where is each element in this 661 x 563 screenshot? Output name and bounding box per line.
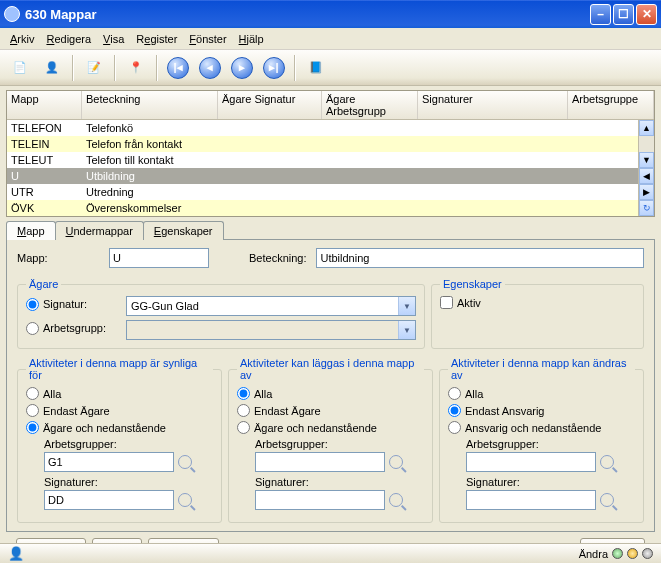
egenskaper-legend: Egenskaper	[440, 278, 505, 290]
scroll-right-icon[interactable]: ▶	[639, 184, 654, 200]
tab-strip: Mapp Undermappar Egenskaper	[6, 221, 655, 240]
toolbar-book-icon[interactable]: 📘	[302, 54, 330, 82]
col-agsig[interactable]: Ägare Signatur	[218, 91, 322, 119]
mapp-label: Mapp:	[17, 252, 99, 264]
p3-alla-radio[interactable]	[448, 387, 461, 400]
search-icon[interactable]	[600, 493, 614, 507]
toolbar-pin-icon[interactable]: 📍	[122, 54, 150, 82]
p1-alla-radio[interactable]	[26, 387, 39, 400]
p2-endast-radio[interactable]	[237, 404, 250, 417]
toolbar-prev-icon[interactable]: ◂	[196, 54, 224, 82]
p1-endast-radio[interactable]	[26, 404, 39, 417]
p1-nedan-radio[interactable]	[26, 421, 39, 434]
beteckning-label: Beteckning:	[249, 252, 306, 264]
search-icon[interactable]	[178, 493, 192, 507]
led-grey-icon	[642, 548, 653, 559]
p2-ag-input[interactable]	[255, 452, 385, 472]
menu-fonster[interactable]: Fönster	[189, 33, 226, 45]
p3-ag-input[interactable]	[466, 452, 596, 472]
tab-panel: Mapp: Beteckning: Ägare Signatur: GG-Gun…	[6, 239, 655, 532]
add-group: Aktiviteter kan läggas i denna mapp av A…	[228, 357, 433, 523]
menu-visa[interactable]: Visa	[103, 33, 124, 45]
toolbar-first-icon[interactable]: |◂	[164, 54, 192, 82]
egenskaper-group: Egenskaper Aktiv	[431, 278, 644, 349]
menu-arkiv[interactable]: Arkiv	[10, 33, 34, 45]
p1-ag-label: Arbetsgrupper:	[44, 438, 213, 450]
agare-group: Ägare Signatur: GG-Gun Glad ▼ Arbetsgrup…	[17, 278, 425, 349]
tab-egenskaper[interactable]: Egenskaper	[143, 221, 224, 240]
search-icon[interactable]	[389, 455, 403, 469]
grid-header: Mapp Beteckning Ägare Signatur Ägare Arb…	[7, 91, 654, 120]
title-bar: 630 Mappar – ☐ ✕	[0, 0, 661, 28]
led-amber-icon	[627, 548, 638, 559]
toolbar-new-icon[interactable]: 📄	[6, 54, 34, 82]
tab-mapp[interactable]: Mapp	[6, 221, 56, 240]
p1-ag-input[interactable]	[44, 452, 174, 472]
search-icon[interactable]	[389, 493, 403, 507]
table-row[interactable]: TELEFONTelefonkö	[7, 120, 654, 136]
chevron-down-icon[interactable]: ▼	[398, 297, 415, 315]
p2-alla-radio[interactable]	[237, 387, 250, 400]
minimize-button[interactable]: –	[590, 4, 611, 25]
toolbar-user-icon[interactable]: 👤	[38, 54, 66, 82]
col-mapp[interactable]: Mapp	[7, 91, 82, 119]
table-row[interactable]: UTRUtredning	[7, 184, 654, 200]
p3-ag-label: Arbetsgrupper:	[466, 438, 635, 450]
grid-scrollbar[interactable]: ▲ ▼ ◀ ▶ ↻	[638, 120, 654, 216]
scroll-down-icon[interactable]: ▼	[639, 152, 654, 168]
scroll-left-icon[interactable]: ◀	[639, 168, 654, 184]
grid-body: TELEFONTelefonköTELEINTelefon från konta…	[7, 120, 654, 216]
p3-sg-input[interactable]	[466, 490, 596, 510]
search-icon[interactable]	[600, 455, 614, 469]
signatur-radio[interactable]	[26, 298, 39, 311]
mapp-input[interactable]	[109, 248, 209, 268]
beteckning-input[interactable]	[316, 248, 644, 268]
window-title: 630 Mappar	[25, 7, 590, 22]
aktiv-label: Aktiv	[457, 297, 481, 309]
change-legend: Aktiviteter i denna mapp kan ändras av	[448, 357, 635, 381]
led-green-icon	[612, 548, 623, 559]
col-sig[interactable]: Signaturer	[418, 91, 568, 119]
toolbar-last-icon[interactable]: ▸|	[260, 54, 288, 82]
menu-hjalp[interactable]: Hjälp	[239, 33, 264, 45]
close-button[interactable]: ✕	[636, 4, 657, 25]
arbetsgrupp-label: Arbetsgrupp:	[43, 322, 106, 334]
toolbar-edit-icon[interactable]: 📝	[80, 54, 108, 82]
chevron-down-icon[interactable]: ▼	[398, 321, 415, 339]
search-icon[interactable]	[178, 455, 192, 469]
p3-endast-radio[interactable]	[448, 404, 461, 417]
agare-legend: Ägare	[26, 278, 61, 290]
change-group: Aktiviteter i denna mapp kan ändras av A…	[439, 357, 644, 523]
table-row[interactable]: TELEUTTelefon till kontakt	[7, 152, 654, 168]
toolbar: 📄 👤 📝 📍 |◂ ◂ ▸ ▸| 📘	[0, 50, 661, 86]
scroll-refresh-icon[interactable]: ↻	[639, 200, 654, 216]
col-arb[interactable]: Arbetsgruppe	[568, 91, 654, 119]
table-row[interactable]: TELEINTelefon från kontakt	[7, 136, 654, 152]
scroll-up-icon[interactable]: ▲	[639, 120, 654, 136]
p2-sg-label: Signaturer:	[255, 476, 424, 488]
folder-grid[interactable]: Mapp Beteckning Ägare Signatur Ägare Arb…	[6, 90, 655, 217]
table-row[interactable]: ÖVKÖverenskommelser	[7, 200, 654, 216]
signatur-combo[interactable]: GG-Gun Glad ▼	[126, 296, 416, 316]
arbetsgrupp-combo[interactable]: ▼	[126, 320, 416, 340]
p3-sg-label: Signaturer:	[466, 476, 635, 488]
toolbar-next-icon[interactable]: ▸	[228, 54, 256, 82]
p2-sg-input[interactable]	[255, 490, 385, 510]
table-row[interactable]: UUtbildning	[7, 168, 654, 184]
aktiv-checkbox[interactable]	[440, 296, 453, 309]
status-mode: Ändra	[579, 548, 608, 560]
p3-nedan-radio[interactable]	[448, 421, 461, 434]
add-legend: Aktiviteter kan läggas i denna mapp av	[237, 357, 424, 381]
p2-nedan-radio[interactable]	[237, 421, 250, 434]
tab-undermappar[interactable]: Undermappar	[55, 221, 144, 240]
menu-bar: Arkiv Redigera Visa Register Fönster Hjä…	[0, 28, 661, 50]
arbetsgrupp-radio[interactable]	[26, 322, 39, 335]
maximize-button[interactable]: ☐	[613, 4, 634, 25]
menu-register[interactable]: Register	[136, 33, 177, 45]
col-agarb[interactable]: Ägare Arbetsgrupp	[322, 91, 418, 119]
signatur-value: GG-Gun Glad	[127, 300, 398, 312]
col-beteckning[interactable]: Beteckning	[82, 91, 218, 119]
p1-sg-input[interactable]	[44, 490, 174, 510]
menu-redigera[interactable]: Redigera	[46, 33, 91, 45]
p2-ag-label: Arbetsgrupper:	[255, 438, 424, 450]
